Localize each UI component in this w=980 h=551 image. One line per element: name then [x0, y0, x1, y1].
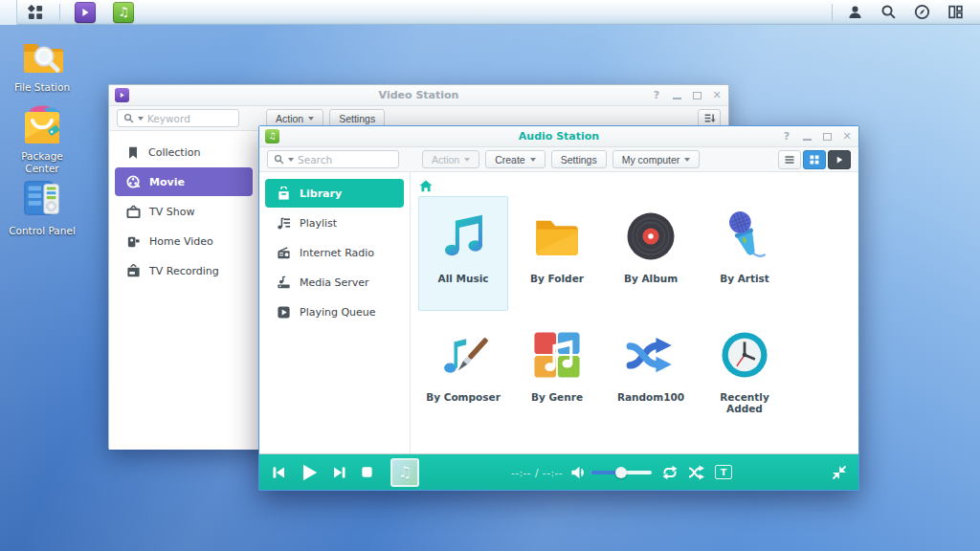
widgets-button[interactable]	[939, 0, 972, 25]
sidebar-item-tv-show[interactable]: TV Show	[115, 197, 253, 226]
sidebar-item-internet-radio[interactable]: Internet Radio	[265, 238, 404, 267]
pilot-view-button[interactable]	[905, 0, 939, 25]
search-button[interactable]	[872, 0, 905, 25]
chevron-down-icon	[308, 117, 314, 121]
volume-icon	[570, 465, 587, 480]
search-icon	[274, 154, 284, 165]
desktop-icon-package-center[interactable]: Package Center	[6, 101, 78, 175]
composer-brush-icon	[435, 327, 491, 383]
sidebar-item-tv-recording[interactable]: TV Recording	[115, 256, 253, 285]
tile-by-album[interactable]: By Album	[606, 196, 696, 311]
grid-view-button[interactable]	[803, 150, 826, 169]
camcorder-icon	[126, 234, 141, 249]
tile-by-composer[interactable]: By Composer	[418, 315, 508, 430]
stop-icon	[360, 465, 374, 479]
tile-random100[interactable]: Random100	[606, 315, 696, 430]
list-view-button[interactable]	[778, 150, 801, 169]
show-desktop-corner[interactable]	[0, 0, 17, 25]
tv-icon	[126, 205, 141, 219]
desktop-icon-control-panel[interactable]: Control Panel	[6, 176, 78, 237]
audio-settings-button[interactable]: Settings	[551, 150, 607, 168]
minimize-button[interactable]	[801, 131, 813, 143]
list-view-icon	[784, 154, 795, 165]
volume-slider[interactable]	[590, 471, 652, 474]
main-menu-button[interactable]	[17, 0, 54, 25]
sidebar-item-playlist[interactable]: Playlist	[265, 209, 404, 237]
chevron-down-icon	[464, 158, 470, 162]
audio-station-content: All Music By Folder	[411, 172, 858, 454]
audio-search-box[interactable]	[267, 150, 399, 168]
shuffle-button[interactable]	[688, 465, 705, 480]
chevron-down-icon	[530, 158, 536, 162]
maximize-button[interactable]	[821, 131, 833, 143]
music-note-icon: ♫	[398, 463, 412, 481]
volume-button[interactable]	[570, 465, 587, 480]
tile-recently-added[interactable]: Recently Added	[700, 315, 790, 430]
volume-knob[interactable]	[615, 467, 627, 478]
tile-all-music[interactable]: All Music	[418, 196, 508, 311]
stop-button[interactable]	[360, 465, 374, 479]
taskbar-divider	[59, 4, 60, 21]
microphone-icon	[717, 209, 772, 264]
grid-view-icon	[809, 154, 820, 165]
taskbar-divider	[832, 4, 833, 21]
bookmark-icon	[126, 145, 140, 160]
tile-by-artist[interactable]: By Artist	[700, 196, 790, 311]
maximize-button[interactable]	[691, 90, 702, 101]
show-desktop-icon	[947, 4, 964, 20]
audio-my-computer-button[interactable]: My computer	[612, 150, 701, 168]
audio-search-input[interactable]	[298, 154, 378, 165]
now-playing-thumbnail[interactable]: ♫	[390, 458, 419, 487]
video-station-titlebar[interactable]: Video Station ? ✕	[109, 85, 728, 106]
video-search-box[interactable]	[117, 109, 239, 127]
close-button[interactable]: ✕	[841, 131, 853, 143]
taskbar-video-station-button[interactable]	[66, 0, 104, 25]
tv-recording-icon	[126, 264, 141, 278]
play-view-button[interactable]	[828, 150, 851, 169]
taskbar-right	[826, 0, 980, 25]
next-button[interactable]	[332, 465, 347, 480]
repeat-button[interactable]	[661, 465, 679, 480]
folder-icon	[529, 209, 585, 264]
desktop-icon-label: Control Panel	[6, 225, 78, 237]
user-menu-button[interactable]	[838, 0, 872, 25]
help-button[interactable]: ?	[781, 131, 792, 143]
video-station-task-icon	[75, 2, 96, 23]
sidebar-item-collection[interactable]: Collection	[115, 138, 253, 166]
sidebar-item-media-server[interactable]: Media Server	[265, 268, 404, 297]
audio-action-button[interactable]: Action	[422, 150, 479, 168]
audio-create-button[interactable]: Create	[485, 150, 546, 168]
all-music-icon	[435, 209, 491, 264]
control-panel-icon	[20, 176, 64, 220]
sidebar-item-library[interactable]: Library	[265, 179, 404, 208]
shuffle-small-icon	[688, 465, 705, 480]
play-icon	[299, 462, 320, 483]
window-title: Video Station	[109, 89, 728, 101]
search-icon	[123, 113, 134, 123]
taskbar: ♫	[0, 0, 980, 25]
minimize-button[interactable]	[671, 90, 682, 101]
lyrics-button[interactable]: T	[715, 465, 732, 479]
sidebar-item-playing-queue[interactable]: Playing Queue	[265, 298, 404, 326]
close-button[interactable]: ✕	[711, 90, 723, 101]
mini-player-button[interactable]	[832, 465, 847, 480]
chevron-down-icon	[684, 158, 690, 162]
play-button[interactable]	[299, 462, 320, 483]
next-icon	[332, 465, 347, 480]
previous-button[interactable]	[271, 465, 286, 480]
shuffle-icon	[623, 327, 679, 383]
search-filter-caret-icon	[138, 117, 144, 121]
desktop-icon-file-station[interactable]: File Station	[6, 33, 78, 94]
help-button[interactable]: ?	[651, 90, 662, 101]
media-server-icon	[277, 276, 291, 290]
video-station-app-icon	[115, 88, 129, 102]
video-search-input[interactable]	[147, 113, 228, 124]
breadcrumb[interactable]	[416, 177, 858, 194]
sidebar-item-movie[interactable]: Movie	[115, 167, 253, 196]
clock-icon	[717, 327, 772, 383]
tile-by-folder[interactable]: By Folder	[512, 196, 602, 311]
sidebar-item-home-video[interactable]: Home Video	[115, 227, 253, 255]
audio-station-titlebar[interactable]: ♫ Audio Station ? ✕	[259, 126, 858, 147]
taskbar-audio-station-button[interactable]: ♫	[104, 0, 143, 25]
tile-by-genre[interactable]: By Genre	[512, 315, 602, 430]
